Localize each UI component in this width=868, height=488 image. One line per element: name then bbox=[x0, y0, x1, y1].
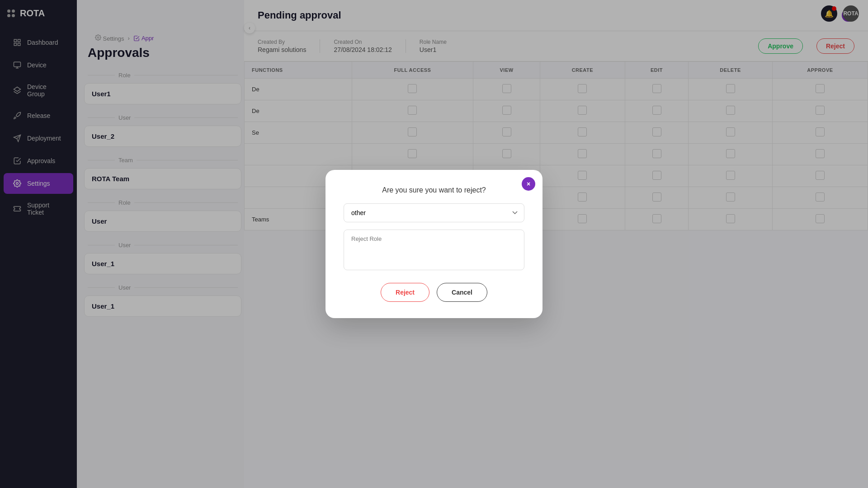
reject-reason-select[interactable]: other reason1 reason2 bbox=[344, 203, 524, 222]
reject-reason-textarea[interactable] bbox=[344, 230, 524, 270]
modal-actions: Reject Cancel bbox=[344, 283, 524, 302]
reject-confirmation-modal: × Are you sure you want to reject? other… bbox=[326, 170, 542, 318]
modal-overlay: × Are you sure you want to reject? other… bbox=[77, 0, 868, 488]
main-content: 🔔 ROTA Settings › Appr Approvals Role Us… bbox=[77, 0, 868, 488]
modal-question: Are you sure you want to reject? bbox=[344, 186, 524, 194]
modal-reject-button[interactable]: Reject bbox=[381, 283, 429, 302]
modal-cancel-button[interactable]: Cancel bbox=[437, 283, 487, 302]
modal-close-button[interactable]: × bbox=[522, 177, 535, 191]
